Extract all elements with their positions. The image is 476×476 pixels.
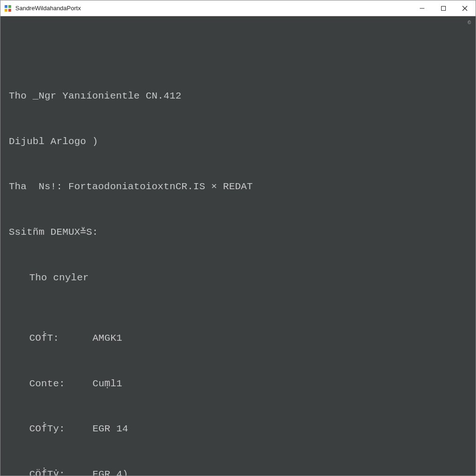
- window-controls: [411, 0, 476, 16]
- table-row: COḟT: AMGK1: [9, 331, 469, 346]
- row-value: EGR 14: [93, 422, 128, 437]
- terminal-line: Tho _Ngr Yanıíonientle CN.412: [9, 89, 469, 104]
- terminal-line: Ssitñm DEMUX≚S:: [9, 225, 469, 240]
- minimize-icon: [419, 6, 425, 11]
- svg-rect-3: [8, 9, 11, 12]
- close-icon: [462, 6, 468, 11]
- app-window: SandreWildahandaPortx © Tho _: [0, 0, 476, 476]
- terminal-line: Tha Ns!: FortaodoniatoioxtnCR.IS × REDAT: [9, 179, 469, 195]
- row-key: COḟT:: [9, 331, 93, 346]
- titlebar[interactable]: SandreWildahandaPortx: [0, 0, 476, 16]
- table-row: Conte: Cuṃl1: [9, 377, 469, 392]
- row-value: AMGK1: [93, 331, 122, 346]
- window-title: SandreWildahandaPortx: [15, 5, 81, 12]
- row-value: Cuṃl1: [93, 377, 122, 392]
- row-key: CÖḟTẏ:: [9, 467, 93, 476]
- row-key: COḟTy:: [9, 422, 93, 437]
- table-row: CÖḟTẏ: EGR 4): [9, 467, 469, 476]
- table-row: COḟTy: EGR 14: [9, 422, 469, 437]
- terminal-line: Tho cnyler: [9, 271, 469, 286]
- app-icon: [4, 5, 12, 12]
- terminal-line: Dijubl Arlogo ): [9, 134, 469, 150]
- row-key: Conte:: [9, 377, 93, 392]
- maximize-icon: [441, 6, 446, 11]
- svg-rect-0: [5, 5, 7, 8]
- svg-rect-5: [442, 6, 446, 10]
- minimize-button[interactable]: [411, 0, 433, 16]
- svg-rect-2: [5, 9, 7, 12]
- close-button[interactable]: [454, 0, 476, 16]
- corner-indicator: ©: [468, 19, 471, 27]
- terminal-area[interactable]: © Tho _Ngr Yanıíonientle CN.412 Dijubl A…: [0, 16, 476, 476]
- row-value: EGR 4): [93, 467, 128, 476]
- maximize-button[interactable]: [433, 0, 454, 16]
- svg-rect-1: [8, 5, 11, 8]
